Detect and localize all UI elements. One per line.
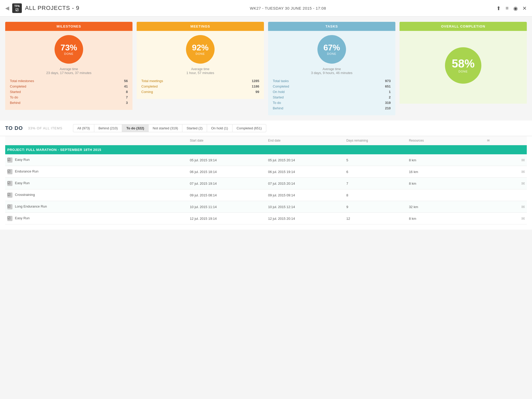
task-days: 12 bbox=[344, 213, 407, 224]
task-name: ☑ Easy Run bbox=[5, 178, 188, 189]
tab-todo[interactable]: To do (322) bbox=[122, 124, 148, 132]
col-end-header: End date bbox=[266, 136, 344, 145]
meetings-avg-label: Average time bbox=[141, 67, 260, 71]
filter-tabs: All (973) Behind (210) To do (322) Not s… bbox=[73, 124, 266, 132]
summary-cards: MILESTONES 73% DONE Average time 23 days… bbox=[0, 17, 532, 121]
header: ◀ TPA ☑ ALL PROJECTS - 9 WK27 - TUESDAY … bbox=[0, 0, 532, 17]
logo: TPA ☑ bbox=[12, 3, 22, 13]
task-resources: 8 km bbox=[407, 154, 485, 166]
tab-completed[interactable]: Completed (651) bbox=[232, 124, 266, 132]
table-header: Start date End date Days remaining Resou… bbox=[5, 136, 527, 145]
tasks-avg: Average time 3 days, 9 hours, 46 minutes bbox=[272, 67, 391, 75]
header-left: ◀ TPA ☑ ALL PROJECTS - 9 bbox=[5, 3, 79, 13]
tab-behind[interactable]: Behind (210) bbox=[94, 124, 122, 132]
task-checkbox-icon: ☑ bbox=[7, 192, 12, 198]
table-row[interactable]: ☑ Long Endurance Run 10 jul. 2015 11:14 … bbox=[5, 201, 527, 213]
task-start: 10 jul. 2015 11:14 bbox=[188, 201, 266, 213]
task-start: 12 jul. 2015 19:14 bbox=[188, 213, 266, 224]
table-row: Total meetings1285 bbox=[141, 78, 259, 83]
task-mail bbox=[485, 189, 527, 201]
task-mail[interactable]: ✉ bbox=[485, 178, 527, 189]
task-name: ☑ Endurance Run bbox=[5, 166, 188, 178]
task-name: ☑ Crosstraining bbox=[5, 189, 188, 201]
milestones-body: 73% DONE Average time 23 days, 17 hours,… bbox=[5, 31, 132, 110]
task-mail[interactable]: ✉ bbox=[485, 201, 527, 213]
filter-bar: TO DO 33% OF ALL ITEMS All (973) Behind … bbox=[0, 121, 532, 136]
tab-on-hold[interactable]: On hold (1) bbox=[207, 124, 232, 132]
task-end: 05 jul. 2015 20:14 bbox=[266, 154, 344, 166]
table-header-row: Start date End date Days remaining Resou… bbox=[5, 136, 527, 145]
tab-not-started[interactable]: Not started (319) bbox=[148, 124, 182, 132]
share-icon[interactable]: ⬆ bbox=[496, 5, 501, 11]
menu-icon[interactable]: ≡ bbox=[506, 5, 509, 11]
table-row[interactable]: ☑ Easy Run 07 jul. 2015 19:14 07 jul. 20… bbox=[5, 178, 527, 189]
task-mail[interactable]: ✉ bbox=[485, 213, 527, 224]
tab-all[interactable]: All (973) bbox=[73, 124, 94, 132]
tasks-body: 67% DONE Average time 3 days, 9 hours, 4… bbox=[268, 31, 395, 115]
envelope-icon: ✉ bbox=[521, 181, 525, 186]
tasks-avg-value: 3 days, 9 hours, 46 minutes bbox=[272, 71, 391, 75]
tab-started[interactable]: Started (2) bbox=[182, 124, 207, 132]
col-mail-header: ✉ bbox=[485, 136, 527, 145]
task-checkbox-icon: ☑ bbox=[7, 169, 12, 174]
tasks-card: TASKS 67% DONE Average time 3 days, 9 ho… bbox=[268, 22, 395, 115]
filter-subtitle: 33% OF ALL ITEMS bbox=[28, 126, 63, 130]
logo-text: TPA bbox=[14, 4, 20, 8]
table-row: To do319 bbox=[273, 100, 391, 105]
envelope-icon: ✉ bbox=[521, 205, 525, 209]
eye-icon[interactable]: ◉ bbox=[513, 5, 518, 11]
envelope-icon: ✉ bbox=[521, 158, 525, 162]
task-days: 7 bbox=[344, 178, 407, 189]
milestones-done-label: DONE bbox=[64, 52, 74, 55]
table-row: Completed41 bbox=[10, 84, 128, 89]
col-resources-header: Resources bbox=[407, 136, 485, 145]
task-resources: 16 km bbox=[407, 166, 485, 178]
close-icon[interactable]: ✕ bbox=[522, 5, 527, 11]
table-row: Started8 bbox=[10, 89, 128, 94]
task-start: 07 jul. 2015 19:14 bbox=[188, 178, 266, 189]
task-checkbox-icon: ☑ bbox=[7, 216, 12, 221]
table-row[interactable]: ☑ Crosstraining 09 jul. 2015 08:14 09 ju… bbox=[5, 189, 527, 201]
task-end: 09 jul. 2015 09:14 bbox=[266, 189, 344, 201]
table-row: Total milestones56 bbox=[10, 78, 128, 83]
overall-done-label: DONE bbox=[458, 70, 468, 73]
task-mail[interactable]: ✉ bbox=[485, 154, 527, 166]
table-row[interactable]: ☑ Endurance Run 06 jul. 2015 18:14 06 ju… bbox=[5, 166, 527, 178]
task-resources: 8 km bbox=[407, 213, 485, 224]
task-end: 12 jul. 2015 20:14 bbox=[266, 213, 344, 224]
task-name: ☑ Easy Run bbox=[5, 213, 188, 224]
milestones-avg-value: 23 days, 17 hours, 37 minutes bbox=[9, 71, 128, 75]
milestones-avg-label: Average time bbox=[9, 67, 128, 71]
table-row: Behind210 bbox=[273, 106, 391, 111]
back-button[interactable]: ◀ bbox=[5, 5, 9, 11]
task-resources: 32 km bbox=[407, 201, 485, 213]
table-row: Coming99 bbox=[141, 89, 259, 94]
table-row: Completed651 bbox=[273, 84, 391, 89]
table-row[interactable]: ☑ Easy Run 12 jul. 2015 19:14 12 jul. 20… bbox=[5, 213, 527, 224]
tasks-stats: Total tasks973 Completed651 On hold1 Sta… bbox=[272, 78, 391, 111]
overall-header: OVERALL COMPLETION bbox=[400, 22, 527, 31]
logo-check: ☑ bbox=[15, 8, 19, 12]
tasks-header: TASKS bbox=[268, 22, 395, 31]
table-row: To do7 bbox=[10, 95, 128, 100]
task-end: 10 jul. 2015 12:14 bbox=[266, 201, 344, 213]
tasks-percent: 67% bbox=[323, 43, 340, 52]
overall-circle: 58% DONE bbox=[445, 47, 481, 84]
milestones-circle: 73% DONE bbox=[55, 35, 83, 64]
header-datetime: WK27 - TUESDAY 30 JUNE 2015 - 17:08 bbox=[250, 6, 326, 10]
meetings-avg: Average time 1 hour, 57 minutes bbox=[141, 67, 260, 75]
task-resources: 8 km bbox=[407, 178, 485, 189]
meetings-done-label: DONE bbox=[196, 52, 205, 55]
task-days: 8 bbox=[344, 189, 407, 201]
milestones-avg: Average time 23 days, 17 hours, 37 minut… bbox=[9, 67, 128, 75]
table-row[interactable]: ☑ Easy Run 05 jul. 2015 19:14 05 jul. 20… bbox=[5, 154, 527, 166]
task-checkbox-icon: ☑ bbox=[7, 157, 12, 163]
header-actions: ⬆ ≡ ◉ ✕ bbox=[496, 5, 527, 11]
col-days-header: Days remaining bbox=[344, 136, 407, 145]
envelope-icon: ✉ bbox=[521, 216, 525, 221]
task-checkbox-icon: ☑ bbox=[7, 181, 12, 186]
task-mail[interactable]: ✉ bbox=[485, 166, 527, 178]
meetings-stats: Total meetings1285 Completed1186 Coming9… bbox=[141, 78, 260, 95]
task-start: 05 jul. 2015 19:14 bbox=[188, 154, 266, 166]
project-group-row: PROJECT: FULL MARATHON - SEPTEMBER 18TH … bbox=[5, 145, 527, 155]
